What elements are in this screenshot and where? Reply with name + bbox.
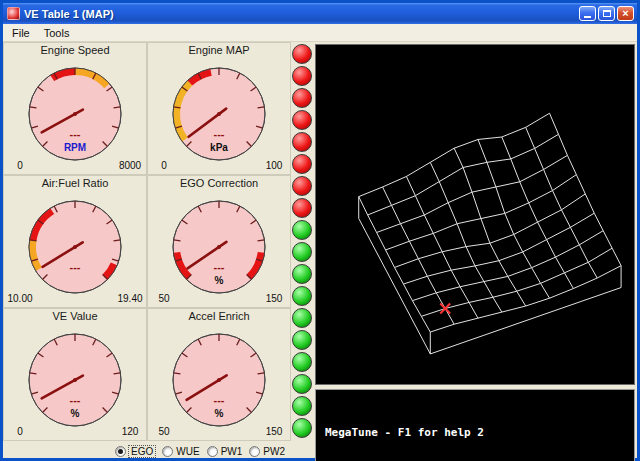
gauge-max-label: 8000 (119, 160, 142, 171)
radio-ego[interactable]: EGO (115, 446, 155, 457)
gauge-max-label: 150 (266, 293, 283, 304)
radio-circle-icon[interactable] (207, 446, 218, 457)
gauge-unit: % (215, 275, 224, 286)
gauge-dial-ve-value: ---%0120 (4, 324, 146, 438)
led-indicator-13-green (292, 308, 312, 328)
minimize-button[interactable] (579, 6, 596, 21)
gauge-unit: RPM (64, 142, 86, 153)
mesh-line (526, 127, 598, 278)
gauge-value: --- (70, 128, 81, 140)
gauge-air-fuel-ratio: Air:Fuel Ratio---10.0019.40 (3, 175, 147, 308)
gauge-dial-accel-enrich: ---%50150 (148, 324, 290, 438)
led-indicator-1-red (292, 44, 312, 64)
radio-label: WUE (176, 446, 199, 457)
mesh-line (550, 113, 622, 265)
radio-circle-icon[interactable] (115, 446, 126, 457)
led-indicator-18-green (292, 418, 312, 438)
right-column: MegaTune - F1 for help 2 ( 600 RPM, 30 k… (313, 42, 637, 461)
gauge-value: --- (70, 261, 81, 273)
main-content: Engine Speed---RPM08000Engine MAP---kPa0… (3, 42, 637, 461)
led-indicator-17-green (292, 396, 312, 416)
led-indicator-3-red (292, 88, 312, 108)
led-indicator-11-green (292, 264, 312, 284)
window-title: VE Table 1 (MAP) (24, 8, 577, 20)
gauge-dial-engine-map: ---kPa0100 (148, 58, 290, 172)
led-indicator-15-green (292, 352, 312, 372)
status-box: MegaTune - F1 for help 2 ( 600 RPM, 30 k… (315, 389, 635, 461)
app-icon (7, 7, 20, 20)
led-indicator-8-red (292, 198, 312, 218)
close-icon: × (622, 7, 628, 20)
gauge-title-ego-correction: EGO Correction (148, 177, 290, 191)
menu-item-tools[interactable]: Tools (37, 26, 77, 40)
led-indicator-6-red (292, 154, 312, 174)
gauge-title-air-fuel-ratio: Air:Fuel Ratio (4, 177, 146, 191)
led-indicator-16-green (292, 374, 312, 394)
led-indicator-9-green (292, 220, 312, 240)
gauge-max-label: 150 (266, 426, 283, 437)
led-strip (291, 42, 313, 461)
gauge-min-label: 0 (17, 426, 23, 437)
gauge-ve-value: VE Value---%0120 (3, 308, 147, 441)
gauge-engine-speed: Engine Speed---RPM08000 (3, 42, 147, 175)
gauge-max-label: 19.40 (117, 293, 142, 304)
mesh-line (412, 231, 603, 301)
gauge-dial-air-fuel-ratio: ---10.0019.40 (4, 191, 146, 305)
gauge-unit: % (215, 408, 224, 419)
gauge-min-label: 10.00 (7, 293, 32, 304)
mesh-line (368, 134, 559, 215)
minimize-icon (584, 16, 591, 18)
led-indicator-2-red (292, 66, 312, 86)
gauge-unit: kPa (210, 142, 228, 153)
ve-table-window: VE Table 1 (MAP) × FileTools Engine Spee… (0, 0, 640, 461)
menu-item-file[interactable]: File (5, 26, 37, 40)
radio-label: EGO (129, 446, 155, 457)
gauge-value: --- (214, 261, 225, 273)
gauge-max-label: 100 (266, 160, 283, 171)
radio-pw1[interactable]: PW1 (207, 446, 243, 457)
radio-circle-icon[interactable] (249, 446, 260, 457)
radio-group: EGOWUEPW1PW2 (3, 441, 291, 461)
gauge-engine-map: Engine MAP---kPa0100 (147, 42, 291, 175)
led-indicator-4-red (292, 110, 312, 130)
gauge-dial-ego-correction: ---%50150 (148, 191, 290, 305)
radio-wue[interactable]: WUE (162, 446, 199, 457)
mesh-line (403, 213, 594, 284)
gauge-ego-correction: EGO Correction---%50150 (147, 175, 291, 308)
gauge-dial-engine-speed: ---RPM08000 (4, 58, 146, 172)
gauge-accel-enrich: Accel Enrich---%50150 (147, 308, 291, 441)
mesh-line (406, 176, 478, 318)
radio-pw2[interactable]: PW2 (249, 446, 285, 457)
gauge-value: --- (214, 394, 225, 406)
mesh-line (430, 266, 621, 332)
mesh-line (383, 187, 455, 324)
led-indicator-14-green (292, 330, 312, 350)
gauge-min-label: 0 (17, 160, 23, 171)
gauge-value: --- (70, 394, 81, 406)
radio-circle-icon[interactable] (162, 446, 173, 457)
gauge-min-label: 50 (158, 426, 170, 437)
radio-label: PW2 (263, 446, 285, 457)
gauge-min-label: 0 (161, 160, 167, 171)
gauge-column: Engine Speed---RPM08000Engine MAP---kPa0… (3, 42, 291, 461)
radio-label: PW1 (221, 446, 243, 457)
maximize-icon (603, 10, 611, 17)
status-help-line: MegaTune - F1 for help 2 (325, 425, 625, 440)
ve-surface-panel[interactable] (315, 44, 635, 385)
led-indicator-12-green (292, 286, 312, 306)
ve-surface-3d-view[interactable] (316, 45, 634, 384)
mesh-line (430, 162, 502, 312)
close-button[interactable]: × (617, 6, 634, 21)
gauge-value: --- (214, 128, 225, 140)
led-indicator-7-red (292, 176, 312, 196)
titlebar[interactable]: VE Table 1 (MAP) × (3, 3, 637, 24)
led-indicator-10-green (292, 242, 312, 262)
mesh-line (421, 248, 612, 316)
gauge-max-label: 120 (122, 426, 139, 437)
menubar: FileTools (3, 24, 637, 42)
gauge-title-ve-value: VE Value (4, 310, 146, 324)
gauge-title-engine-speed: Engine Speed (4, 44, 146, 58)
maximize-button[interactable] (598, 6, 615, 21)
gauge-min-label: 50 (158, 293, 170, 304)
gauge-panel: Engine Speed---RPM08000Engine MAP---kPa0… (3, 42, 291, 441)
